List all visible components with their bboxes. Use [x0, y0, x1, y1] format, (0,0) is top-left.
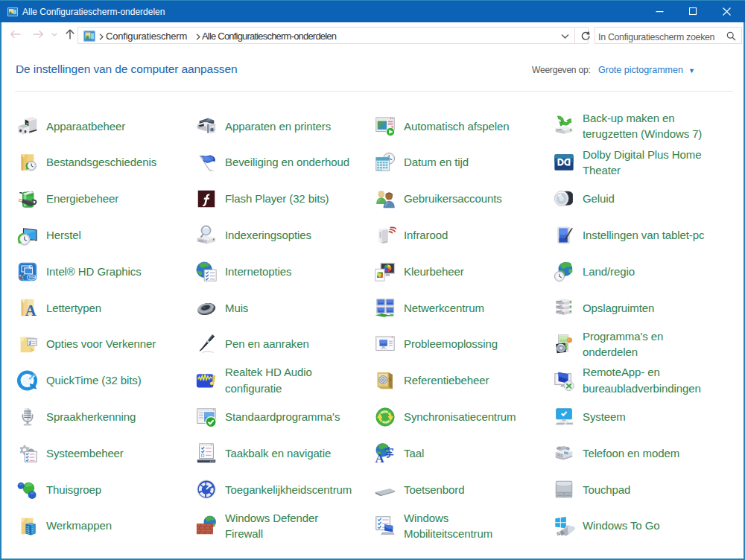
svg-text:intel: intel: [29, 275, 36, 279]
svg-text:A: A: [25, 302, 37, 319]
svg-text:A: A: [375, 451, 384, 464]
